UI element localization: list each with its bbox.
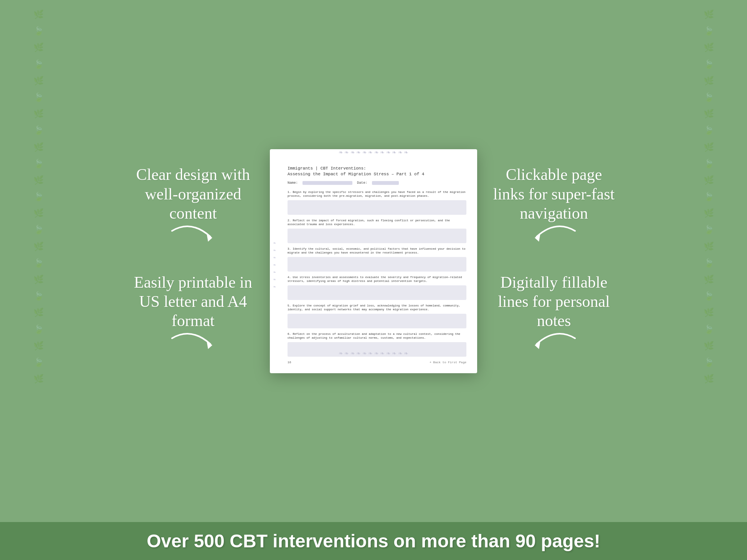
bottom-banner: Over 500 CBT interventions on more than …	[0, 522, 747, 560]
doc-answer-box-4[interactable]	[288, 285, 466, 300]
feature-clear-design-text: Clear design with well-organized content	[128, 165, 258, 223]
doc-question-2-text: 2. Reflect on the impact of forced migra…	[288, 219, 466, 227]
doc-date-label: Date:	[357, 181, 367, 185]
doc-answer-box-2[interactable]	[288, 229, 466, 243]
doc-question-4: 4. Use stress inventories and assessment…	[288, 275, 466, 300]
doc-question-6-text: 6. Reflect on the process of acculturati…	[288, 332, 466, 340]
doc-q2-number: 2.	[288, 219, 293, 222]
doc-q1-body: Begin by exploring the specific stressor…	[288, 191, 466, 198]
feature-easily-printable: Easily printable in US letter and A4 for…	[128, 273, 258, 357]
doc-answer-box-3[interactable]	[288, 257, 466, 272]
doc-q3-body: Identify the cultural, social, economic,…	[288, 247, 466, 255]
right-column: Clickable page links for super-fast navi…	[481, 165, 619, 357]
doc-title-line2: Assessing the Impact of Migration Stress…	[288, 172, 466, 176]
content-area: Clear design with well-organized content…	[0, 0, 747, 522]
svg-marker-1	[207, 340, 212, 349]
doc-header: Immigrants | CBT Interventions: Assessin…	[288, 166, 466, 176]
doc-page-number: 16	[288, 361, 291, 364]
doc-fields: Name: Date:	[288, 181, 466, 185]
doc-q2-body: Reflect on the impact of forced migratio…	[288, 219, 450, 226]
doc-answer-box-1[interactable]	[288, 200, 466, 215]
doc-title-line1: Immigrants | CBT Interventions:	[288, 166, 466, 171]
left-column: Clear design with well-organized content…	[128, 165, 266, 357]
doc-date-field[interactable]	[372, 181, 399, 185]
arrow-left-1	[529, 223, 579, 248]
doc-question-1: 1. Begin by exploring the specific stres…	[288, 190, 466, 215]
doc-question-1-text: 1. Begin by exploring the specific stres…	[288, 190, 466, 198]
feature-easily-printable-text: Easily printable in US letter and A4 for…	[128, 273, 258, 331]
doc-corner-bottom: ❧ ❧ ❧ ❧ ❧ ❧ ❧ ❧ ❧ ❧ ❧ ❧	[270, 350, 477, 357]
doc-q6-number: 6.	[288, 333, 293, 336]
doc-q5-body: Explore the concept of migration grief a…	[288, 304, 460, 311]
document-wrapper: ❧ ❧ ❧ ❧ ❧ ❧ ❧ ❧ ❧ ❧ ❧ ❧ ❧❧❧❧❧❧❧ Immigran…	[266, 149, 481, 373]
svg-marker-2	[535, 233, 540, 242]
doc-question-4-text: 4. Use stress inventories and assessment…	[288, 275, 466, 283]
doc-question-5: 5. Explore the concept of migration grie…	[288, 304, 466, 328]
doc-q6-body: Reflect on the process of acculturation …	[288, 333, 460, 340]
doc-name-label: Name:	[288, 181, 298, 185]
doc-corner-top: ❧ ❧ ❧ ❧ ❧ ❧ ❧ ❧ ❧ ❧ ❧ ❧	[270, 149, 477, 156]
doc-q1-number: 1.	[288, 191, 293, 194]
main-container: Clear design with well-organized content…	[0, 0, 747, 560]
doc-footer: 16 + Back to First Page	[288, 361, 466, 364]
svg-marker-0	[207, 233, 212, 242]
doc-question-5-text: 5. Explore the concept of migration grie…	[288, 304, 466, 312]
feature-fillable-lines: Digitally fillable lines for personal no…	[489, 273, 619, 357]
feature-clear-design: Clear design with well-organized content	[128, 165, 258, 249]
doc-side-decor: ❧❧❧❧❧❧❧	[271, 180, 278, 350]
arrow-right-2	[168, 331, 218, 356]
feature-clickable-links: Clickable page links for super-fast navi…	[489, 165, 619, 249]
arrow-left-2	[529, 331, 579, 356]
doc-name-field[interactable]	[302, 181, 352, 185]
doc-answer-box-5[interactable]	[288, 314, 466, 328]
svg-marker-3	[535, 340, 540, 349]
arrow-right-1	[168, 223, 218, 248]
doc-question-2: 2. Reflect on the impact of forced migra…	[288, 219, 466, 243]
document: ❧ ❧ ❧ ❧ ❧ ❧ ❧ ❧ ❧ ❧ ❧ ❧ ❧❧❧❧❧❧❧ Immigran…	[270, 149, 477, 373]
bottom-banner-text: Over 500 CBT interventions on more than …	[15, 530, 732, 552]
doc-q4-number: 4.	[288, 276, 293, 279]
doc-q3-number: 3.	[288, 247, 293, 250]
feature-fillable-lines-text: Digitally fillable lines for personal no…	[489, 273, 619, 331]
doc-question-3: 3. Identify the cultural, social, econom…	[288, 247, 466, 272]
doc-question-3-text: 3. Identify the cultural, social, econom…	[288, 247, 466, 255]
doc-q5-number: 5.	[288, 304, 293, 307]
doc-back-link[interactable]: + Back to First Page	[430, 361, 466, 364]
feature-clickable-links-text: Clickable page links for super-fast navi…	[489, 165, 619, 223]
doc-q4-body: Use stress inventories and assessments t…	[288, 276, 462, 283]
